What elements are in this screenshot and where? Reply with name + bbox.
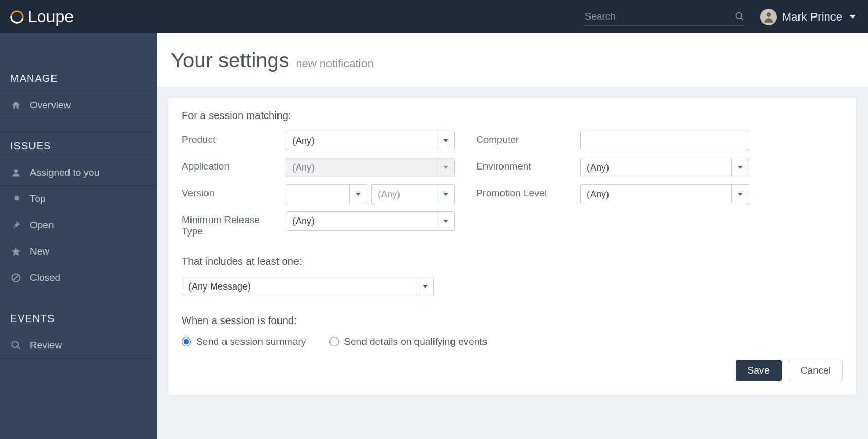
chevron-down-icon (437, 185, 454, 204)
label-application: Application (182, 158, 264, 172)
select-environment[interactable]: (Any) (580, 158, 749, 177)
sidebar-item-assigned[interactable]: Assigned to you (0, 160, 157, 186)
chevron-down-icon (416, 277, 433, 296)
chevron-down-icon (731, 185, 749, 204)
radio-label: Send a session summary (196, 336, 306, 347)
svg-line-3 (741, 18, 743, 20)
select-includes[interactable]: (Any Message) (182, 277, 434, 296)
radio-input-summary[interactable] (182, 337, 191, 346)
radio-send-details[interactable]: Send details on qualifying events (329, 336, 487, 347)
brand-name: Loupe (28, 7, 74, 26)
search-icon (10, 340, 22, 350)
svg-line-7 (13, 275, 19, 280)
section-includes: That includes at least one: (182, 256, 843, 267)
label-promotion-level: Promotion Level (476, 184, 559, 199)
select-value: (Any) (286, 162, 437, 173)
star-icon (10, 246, 22, 257)
sidebar-item-overview[interactable]: Overview (0, 92, 157, 119)
sidebar-section-events: EVENTS (0, 305, 157, 332)
loupe-logo-icon (9, 9, 25, 25)
chevron-down-icon (437, 158, 454, 177)
select-value: (Any) (581, 162, 731, 173)
brand-logo[interactable]: Loupe (9, 7, 74, 26)
page-subtitle: new notification (296, 57, 374, 70)
sidebar-item-open[interactable]: Open (0, 212, 157, 239)
user-menu[interactable]: Mark Prince (760, 9, 856, 25)
section-session-matching: For a session matching: (182, 110, 843, 122)
select-value: (Any) (286, 136, 437, 146)
sidebar-item-label: New (30, 246, 49, 257)
sidebar-item-label: Top (30, 193, 46, 205)
sidebar-item-label: Open (30, 220, 54, 231)
home-icon (10, 100, 22, 110)
sidebar-item-new[interactable]: New (0, 239, 157, 265)
save-button[interactable]: Save (736, 360, 782, 381)
sidebar-item-label: Review (30, 340, 62, 351)
cancel-button[interactable]: Cancel (789, 360, 843, 381)
chevron-down-icon (849, 15, 856, 19)
select-placeholder: (Any) (372, 189, 437, 200)
sidebar-item-closed[interactable]: Closed (0, 265, 157, 291)
select-value: (Any Message) (182, 281, 416, 292)
sidebar: MANAGE Overview ISSUES Assigned to you T… (0, 33, 157, 439)
select-application[interactable]: (Any) (286, 158, 455, 177)
pin-icon (10, 220, 22, 230)
sidebar-item-review[interactable]: Review (0, 332, 157, 359)
label-version: Version (182, 184, 264, 199)
section-when-found: When a session is found: (182, 315, 843, 327)
svg-point-8 (12, 342, 19, 348)
avatar (760, 9, 777, 25)
global-search[interactable] (583, 8, 745, 26)
user-name: Mark Prince (782, 10, 842, 24)
label-computer: Computer (476, 131, 559, 145)
sidebar-item-label: Overview (30, 99, 71, 111)
page-title: Your settings (171, 49, 289, 72)
radio-send-summary[interactable]: Send a session summary (182, 336, 306, 347)
sidebar-item-label: Closed (30, 272, 60, 283)
chevron-down-icon (437, 131, 454, 150)
select-version-value[interactable]: (Any) (371, 184, 455, 204)
chevron-down-icon (437, 212, 454, 230)
sidebar-section-manage: MANAGE (0, 64, 157, 92)
radio-label: Send details on qualifying events (344, 336, 487, 347)
select-value: (Any) (581, 189, 731, 200)
svg-line-9 (18, 347, 20, 349)
radio-input-details[interactable] (329, 337, 339, 346)
flame-icon (10, 194, 22, 204)
select-product[interactable]: (Any) (286, 131, 455, 150)
svg-point-5 (14, 169, 18, 173)
user-icon (10, 167, 22, 178)
label-min-release: Minimum Release Type (182, 211, 264, 237)
input-computer[interactable] (580, 131, 749, 150)
settings-card: For a session matching: Product (Any) Co… (168, 98, 857, 395)
svg-point-4 (766, 12, 771, 17)
select-value: (Any) (286, 216, 437, 227)
label-environment: Environment (476, 158, 559, 172)
select-promotion-level[interactable]: (Any) (580, 184, 749, 204)
select-version-operator[interactable] (286, 184, 367, 204)
search-icon (735, 11, 745, 22)
top-bar: Loupe Mark Prince (0, 0, 868, 33)
ban-icon (10, 273, 22, 283)
sidebar-item-label: Assigned to you (30, 167, 99, 178)
main-content: Your settings new notification For a ses… (157, 33, 868, 439)
svg-point-2 (736, 13, 742, 19)
select-min-release[interactable]: (Any) (286, 211, 455, 231)
sidebar-section-issues: ISSUES (0, 132, 157, 160)
label-product: Product (182, 131, 264, 145)
chevron-down-icon (349, 185, 367, 204)
chevron-down-icon (731, 158, 749, 177)
sidebar-item-top[interactable]: Top (0, 186, 157, 212)
search-input[interactable] (583, 8, 735, 25)
page-header: Your settings new notification (157, 33, 868, 87)
